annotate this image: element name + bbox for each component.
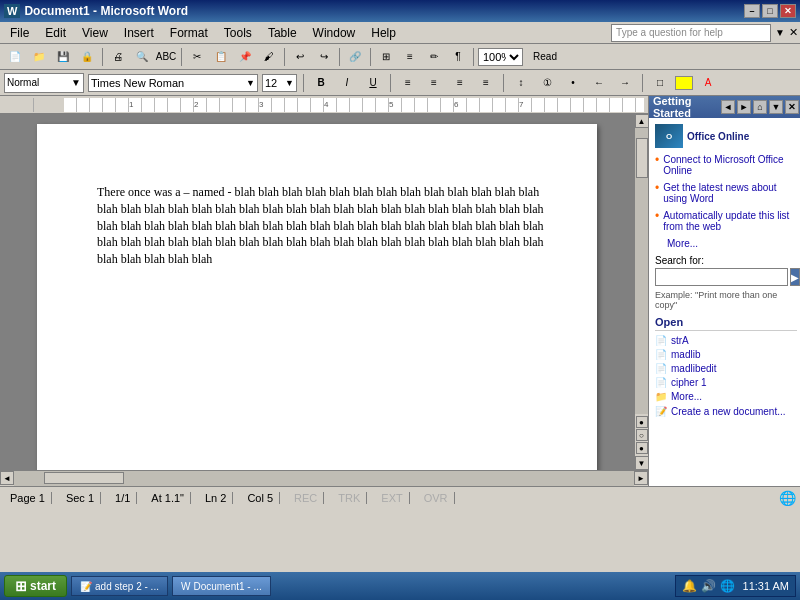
format-painter-button[interactable]: 🖌 xyxy=(258,47,280,67)
window-2-label: Document1 - ... xyxy=(193,581,261,592)
menu-table[interactable]: Table xyxy=(260,24,305,42)
link-connect[interactable]: • Connect to Microsoft Office Online xyxy=(655,154,797,176)
decrease-indent-button[interactable]: ← xyxy=(588,73,610,93)
minimize-button[interactable]: – xyxy=(744,4,760,18)
cut-button[interactable]: ✂ xyxy=(186,47,208,67)
align-left-button[interactable]: ≡ xyxy=(397,73,419,93)
scroll-thumb[interactable] xyxy=(636,138,648,178)
scroll-right-button[interactable]: ► xyxy=(634,471,648,485)
side-panel-forward-button[interactable]: ► xyxy=(737,100,751,114)
hyperlink-button[interactable]: 🔗 xyxy=(344,47,366,67)
menu-view[interactable]: View xyxy=(74,24,116,42)
size-dropdown-icon[interactable]: ▼ xyxy=(285,78,294,88)
font-size-box[interactable]: 12 ▼ xyxy=(262,74,297,92)
search-input[interactable] xyxy=(655,268,788,286)
document-text[interactable]: There once was a – named - blah blah bla… xyxy=(97,184,547,268)
menu-edit[interactable]: Edit xyxy=(37,24,74,42)
window-1-label: add step 2 - ... xyxy=(95,581,159,592)
search-button[interactable]: ▶ xyxy=(790,268,800,286)
drawing-button[interactable]: ✏ xyxy=(423,47,445,67)
scroll-up-button[interactable]: ▲ xyxy=(635,114,649,128)
outside-border-button[interactable]: □ xyxy=(649,73,671,93)
taskbar-window-1[interactable]: 📝 add step 2 - ... xyxy=(71,576,168,596)
highlight-button[interactable] xyxy=(675,76,693,90)
scroll-left-button[interactable]: ◄ xyxy=(0,471,14,485)
horizontal-scrollbar[interactable]: ◄ ► xyxy=(0,470,648,486)
taskbar-window-2[interactable]: W Document1 - ... xyxy=(172,576,271,596)
justify-button[interactable]: ≡ xyxy=(475,73,497,93)
status-page: Page 1 xyxy=(4,492,52,504)
nav-prev-button[interactable]: ● xyxy=(636,416,648,428)
menu-insert[interactable]: Insert xyxy=(116,24,162,42)
title-bar: W Document1 - Microsoft Word – □ ✕ xyxy=(0,0,800,22)
open-button[interactable]: 📁 xyxy=(28,47,50,67)
align-center-button[interactable]: ≡ xyxy=(423,73,445,93)
file-item-3[interactable]: 📄 madlibedit xyxy=(655,363,797,374)
new-button[interactable]: 📄 xyxy=(4,47,26,67)
status-col: Col 5 xyxy=(241,492,280,504)
zoom-select[interactable]: 100% xyxy=(478,48,523,66)
redo-button[interactable]: ↪ xyxy=(313,47,335,67)
create-new-link[interactable]: 📝 Create a new document... xyxy=(655,406,797,417)
file-item-1[interactable]: 📄 strA xyxy=(655,335,797,346)
office-logo-text: Office Online xyxy=(687,131,749,142)
close-button[interactable]: ✕ xyxy=(780,4,796,18)
save-button[interactable]: 💾 xyxy=(52,47,74,67)
menu-help[interactable]: Help xyxy=(363,24,404,42)
permission-button[interactable]: 🔒 xyxy=(76,47,98,67)
line-spacing-button[interactable]: ↕ xyxy=(510,73,532,93)
files-more-link[interactable]: 📁 More... xyxy=(655,391,797,402)
title-bar-controls: – □ ✕ xyxy=(744,4,796,18)
maximize-button[interactable]: □ xyxy=(762,4,778,18)
dropdown-arrow-icon[interactable]: ▼ xyxy=(775,27,785,38)
table-button[interactable]: ⊞ xyxy=(375,47,397,67)
underline-button[interactable]: U xyxy=(362,73,384,93)
paste-button[interactable]: 📌 xyxy=(234,47,256,67)
start-button[interactable]: ⊞ start xyxy=(4,575,67,597)
read-button[interactable]: Read xyxy=(525,47,565,67)
menu-window[interactable]: Window xyxy=(305,24,364,42)
side-panel-back-button[interactable]: ◄ xyxy=(721,100,735,114)
vertical-scrollbar[interactable]: ▲ ● ○ ● ▼ xyxy=(634,114,648,470)
nav-next-button[interactable]: ● xyxy=(636,442,648,454)
numbering-button[interactable]: ① xyxy=(536,73,558,93)
side-panel-dropdown-button[interactable]: ▼ xyxy=(769,100,783,114)
ruler: 1 2 3 4 5 6 7 xyxy=(0,96,648,114)
document-page[interactable]: There once was a – named - blah blah bla… xyxy=(37,124,597,470)
file-item-4[interactable]: 📄 cipher 1 xyxy=(655,377,797,388)
copy-button[interactable]: 📋 xyxy=(210,47,232,67)
tray-icon-2: 🔊 xyxy=(701,579,716,593)
increase-indent-button[interactable]: → xyxy=(614,73,636,93)
font-color-button[interactable]: A xyxy=(697,73,719,93)
print-preview-button[interactable]: 🔍 xyxy=(131,47,153,67)
link-update[interactable]: • Automatically update this list from th… xyxy=(655,210,797,232)
ask-question-box[interactable]: Type a question for help xyxy=(611,24,771,42)
more-link[interactable]: More... xyxy=(667,238,797,249)
side-panel-close-button[interactable]: ✕ xyxy=(785,100,799,114)
menu-format[interactable]: Format xyxy=(162,24,216,42)
style-dropdown[interactable]: Normal▼ xyxy=(4,73,84,93)
paragraph-button[interactable]: ¶ xyxy=(447,47,469,67)
italic-button[interactable]: I xyxy=(336,73,358,93)
scroll-track[interactable] xyxy=(635,128,649,414)
toolbar-separator-1 xyxy=(102,48,103,66)
bold-button[interactable]: B xyxy=(310,73,332,93)
h-scroll-thumb[interactable] xyxy=(44,472,124,484)
spelling-button[interactable]: ABC xyxy=(155,47,177,67)
file-item-2[interactable]: 📄 madlib xyxy=(655,349,797,360)
font-name-box[interactable]: Times New Roman ▼ xyxy=(88,74,258,92)
close-help-icon[interactable]: ✕ xyxy=(789,26,798,39)
h-scroll-track[interactable] xyxy=(14,471,634,486)
print-button[interactable]: 🖨 xyxy=(107,47,129,67)
menu-file[interactable]: File xyxy=(2,24,37,42)
side-panel-home-button[interactable]: ⌂ xyxy=(753,100,767,114)
link-news[interactable]: • Get the latest news about using Word xyxy=(655,182,797,204)
columns-button[interactable]: ≡ xyxy=(399,47,421,67)
font-dropdown-icon[interactable]: ▼ xyxy=(246,78,255,88)
bullets-button[interactable]: • xyxy=(562,73,584,93)
align-right-button[interactable]: ≡ xyxy=(449,73,471,93)
undo-button[interactable]: ↩ xyxy=(289,47,311,67)
scroll-down-button[interactable]: ▼ xyxy=(635,456,649,470)
nav-circle-button[interactable]: ○ xyxy=(636,429,648,441)
menu-tools[interactable]: Tools xyxy=(216,24,260,42)
